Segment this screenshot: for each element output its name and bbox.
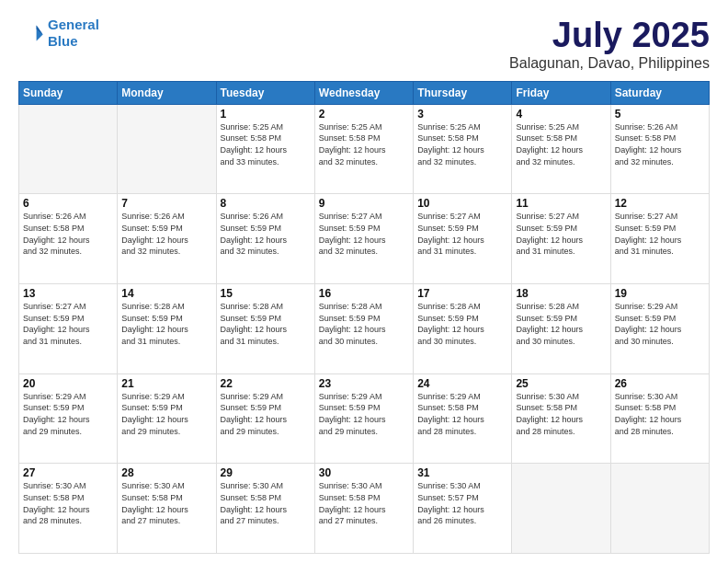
day-number: 8 — [221, 197, 311, 210]
calendar-weekday-header: Saturday — [610, 81, 709, 104]
day-info: Sunrise: 5:29 AM Sunset: 5:59 PM Dayligh… — [221, 391, 311, 437]
day-number: 16 — [319, 287, 409, 300]
calendar-day-cell: 24Sunrise: 5:29 AM Sunset: 5:58 PM Dayli… — [414, 373, 512, 464]
day-number: 2 — [319, 108, 409, 121]
calendar-day-cell: 28Sunrise: 5:30 AM Sunset: 5:58 PM Dayli… — [118, 464, 216, 554]
calendar-day-cell: 17Sunrise: 5:28 AM Sunset: 5:59 PM Dayli… — [414, 284, 512, 374]
calendar-week-row: 13Sunrise: 5:27 AM Sunset: 5:59 PM Dayli… — [19, 284, 710, 374]
calendar-day-cell: 14Sunrise: 5:28 AM Sunset: 5:59 PM Dayli… — [118, 284, 216, 374]
calendar-week-row: 1Sunrise: 5:25 AM Sunset: 5:58 PM Daylig… — [19, 104, 710, 194]
calendar-day-cell — [118, 104, 216, 194]
calendar-day-cell: 3Sunrise: 5:25 AM Sunset: 5:58 PM Daylig… — [414, 104, 512, 194]
calendar-day-cell: 19Sunrise: 5:29 AM Sunset: 5:59 PM Dayli… — [610, 284, 709, 374]
day-info: Sunrise: 5:30 AM Sunset: 5:57 PM Dayligh… — [417, 480, 507, 526]
calendar-day-cell: 2Sunrise: 5:25 AM Sunset: 5:58 PM Daylig… — [314, 104, 413, 194]
day-number: 6 — [23, 197, 113, 210]
day-info: Sunrise: 5:30 AM Sunset: 5:58 PM Dayligh… — [23, 480, 113, 526]
calendar-day-cell: 25Sunrise: 5:30 AM Sunset: 5:58 PM Dayli… — [512, 373, 610, 464]
day-number: 24 — [417, 377, 507, 390]
calendar-header-row: SundayMondayTuesdayWednesdayThursdayFrid… — [19, 81, 710, 104]
day-info: Sunrise: 5:25 AM Sunset: 5:58 PM Dayligh… — [516, 121, 606, 167]
calendar-weekday-header: Wednesday — [314, 81, 413, 104]
day-info: Sunrise: 5:27 AM Sunset: 5:59 PM Dayligh… — [516, 211, 606, 257]
day-number: 3 — [417, 108, 507, 121]
day-info: Sunrise: 5:29 AM Sunset: 5:59 PM Dayligh… — [23, 391, 113, 437]
calendar-day-cell: 22Sunrise: 5:29 AM Sunset: 5:59 PM Dayli… — [216, 373, 314, 464]
day-info: Sunrise: 5:30 AM Sunset: 5:58 PM Dayligh… — [516, 391, 606, 437]
day-info: Sunrise: 5:29 AM Sunset: 5:59 PM Dayligh… — [121, 391, 211, 437]
calendar-day-cell: 30Sunrise: 5:30 AM Sunset: 5:58 PM Dayli… — [314, 464, 413, 554]
subtitle: Balagunan, Davao, Philippines — [509, 55, 710, 72]
calendar-day-cell: 27Sunrise: 5:30 AM Sunset: 5:58 PM Dayli… — [19, 464, 118, 554]
calendar-day-cell — [610, 464, 709, 554]
calendar-weekday-header: Monday — [118, 81, 216, 104]
day-info: Sunrise: 5:28 AM Sunset: 5:59 PM Dayligh… — [417, 301, 507, 347]
logo: General Blue — [18, 17, 99, 50]
calendar-week-row: 20Sunrise: 5:29 AM Sunset: 5:59 PM Dayli… — [19, 373, 710, 464]
calendar-day-cell: 18Sunrise: 5:28 AM Sunset: 5:59 PM Dayli… — [512, 284, 610, 374]
day-number: 22 — [221, 377, 311, 390]
calendar-day-cell: 4Sunrise: 5:25 AM Sunset: 5:58 PM Daylig… — [512, 104, 610, 194]
day-number: 17 — [417, 287, 507, 300]
day-info: Sunrise: 5:29 AM Sunset: 5:58 PM Dayligh… — [417, 391, 507, 437]
day-number: 9 — [319, 197, 409, 210]
day-number: 21 — [121, 377, 211, 390]
calendar-day-cell: 21Sunrise: 5:29 AM Sunset: 5:59 PM Dayli… — [118, 373, 216, 464]
calendar-week-row: 27Sunrise: 5:30 AM Sunset: 5:58 PM Dayli… — [19, 464, 710, 554]
calendar-day-cell: 7Sunrise: 5:26 AM Sunset: 5:59 PM Daylig… — [118, 194, 216, 284]
calendar-day-cell: 12Sunrise: 5:27 AM Sunset: 5:59 PM Dayli… — [610, 194, 709, 284]
day-number: 7 — [121, 197, 211, 210]
calendar-day-cell: 10Sunrise: 5:27 AM Sunset: 5:59 PM Dayli… — [414, 194, 512, 284]
calendar-day-cell: 9Sunrise: 5:27 AM Sunset: 5:59 PM Daylig… — [314, 194, 413, 284]
day-info: Sunrise: 5:30 AM Sunset: 5:58 PM Dayligh… — [221, 480, 311, 526]
header: General Blue July 2025 Balagunan, Davao,… — [18, 17, 710, 72]
logo-icon — [18, 20, 44, 46]
calendar-day-cell: 5Sunrise: 5:26 AM Sunset: 5:58 PM Daylig… — [610, 104, 709, 194]
day-info: Sunrise: 5:26 AM Sunset: 5:58 PM Dayligh… — [23, 211, 113, 257]
day-info: Sunrise: 5:27 AM Sunset: 5:59 PM Dayligh… — [319, 211, 409, 257]
day-info: Sunrise: 5:27 AM Sunset: 5:59 PM Dayligh… — [23, 301, 113, 347]
day-info: Sunrise: 5:28 AM Sunset: 5:59 PM Dayligh… — [121, 301, 211, 347]
day-info: Sunrise: 5:25 AM Sunset: 5:58 PM Dayligh… — [221, 121, 311, 167]
calendar-day-cell — [19, 104, 118, 194]
calendar-day-cell: 11Sunrise: 5:27 AM Sunset: 5:59 PM Dayli… — [512, 194, 610, 284]
day-number: 30 — [319, 466, 409, 479]
day-number: 23 — [319, 377, 409, 390]
calendar-day-cell: 1Sunrise: 5:25 AM Sunset: 5:58 PM Daylig… — [216, 104, 314, 194]
calendar-day-cell: 8Sunrise: 5:26 AM Sunset: 5:59 PM Daylig… — [216, 194, 314, 284]
title-block: July 2025 Balagunan, Davao, Philippines — [509, 17, 710, 72]
calendar-day-cell: 16Sunrise: 5:28 AM Sunset: 5:59 PM Dayli… — [314, 284, 413, 374]
day-number: 18 — [516, 287, 606, 300]
day-info: Sunrise: 5:26 AM Sunset: 5:58 PM Dayligh… — [615, 121, 705, 167]
calendar-day-cell: 23Sunrise: 5:29 AM Sunset: 5:59 PM Dayli… — [314, 373, 413, 464]
logo-text: General Blue — [48, 17, 99, 50]
day-number: 1 — [221, 108, 311, 121]
day-info: Sunrise: 5:28 AM Sunset: 5:59 PM Dayligh… — [221, 301, 311, 347]
calendar-day-cell: 15Sunrise: 5:28 AM Sunset: 5:59 PM Dayli… — [216, 284, 314, 374]
day-number: 27 — [23, 466, 113, 479]
day-number: 12 — [615, 197, 705, 210]
calendar-day-cell: 13Sunrise: 5:27 AM Sunset: 5:59 PM Dayli… — [19, 284, 118, 374]
calendar-week-row: 6Sunrise: 5:26 AM Sunset: 5:58 PM Daylig… — [19, 194, 710, 284]
calendar-day-cell: 26Sunrise: 5:30 AM Sunset: 5:58 PM Dayli… — [610, 373, 709, 464]
day-info: Sunrise: 5:25 AM Sunset: 5:58 PM Dayligh… — [319, 121, 409, 167]
calendar-day-cell: 6Sunrise: 5:26 AM Sunset: 5:58 PM Daylig… — [19, 194, 118, 284]
day-info: Sunrise: 5:29 AM Sunset: 5:59 PM Dayligh… — [615, 301, 705, 347]
day-number: 25 — [516, 377, 606, 390]
day-number: 10 — [417, 197, 507, 210]
day-number: 28 — [121, 466, 211, 479]
day-info: Sunrise: 5:30 AM Sunset: 5:58 PM Dayligh… — [319, 480, 409, 526]
main-title: July 2025 — [509, 17, 710, 55]
calendar-day-cell: 20Sunrise: 5:29 AM Sunset: 5:59 PM Dayli… — [19, 373, 118, 464]
day-number: 4 — [516, 108, 606, 121]
day-info: Sunrise: 5:28 AM Sunset: 5:59 PM Dayligh… — [319, 301, 409, 347]
day-number: 20 — [23, 377, 113, 390]
day-number: 11 — [516, 197, 606, 210]
calendar-weekday-header: Tuesday — [216, 81, 314, 104]
calendar-weekday-header: Friday — [512, 81, 610, 104]
calendar-day-cell: 31Sunrise: 5:30 AM Sunset: 5:57 PM Dayli… — [414, 464, 512, 554]
day-info: Sunrise: 5:28 AM Sunset: 5:59 PM Dayligh… — [516, 301, 606, 347]
day-number: 31 — [417, 466, 507, 479]
calendar-day-cell: 29Sunrise: 5:30 AM Sunset: 5:58 PM Dayli… — [216, 464, 314, 554]
day-info: Sunrise: 5:26 AM Sunset: 5:59 PM Dayligh… — [221, 211, 311, 257]
